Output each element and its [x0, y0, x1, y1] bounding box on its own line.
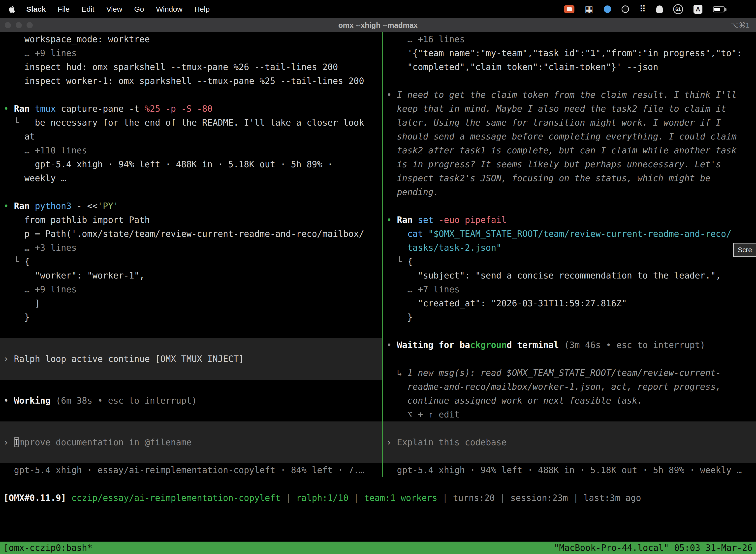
- battery-icon[interactable]: [713, 6, 725, 12]
- grid-icon[interactable]: [585, 5, 593, 14]
- terminal-line: gpt-5.4 xhigh · 94% left · 488K in · 5.1…: [0, 157, 382, 171]
- terminal-line: [0, 88, 382, 102]
- text-segment: inspect_worker-1: omx sparkshell --tmux-…: [3, 76, 364, 86]
- waiting-status-line: • Waiting for background terminal (3m 46…: [383, 338, 756, 352]
- terminal-line: [0, 324, 382, 338]
- omx-last-activity: last:3m ago: [584, 493, 641, 503]
- menu-help[interactable]: Help: [189, 5, 216, 13]
- text-segment: continue assigned work or next feasible …: [386, 396, 643, 405]
- edit-hint: ⌥ + ↑ edit: [383, 407, 756, 422]
- text-segment: d terminal: [507, 340, 559, 350]
- menu-edit[interactable]: Edit: [76, 5, 101, 13]
- terminal-line: p = Path('.omx/state/team/review-current…: [0, 227, 382, 241]
- terminal-line: at: [0, 129, 382, 144]
- terminal-line: └ be necessary for the end of the README…: [0, 116, 382, 129]
- terminal-line: [383, 422, 756, 435]
- text-segment: capture-pane -t: [56, 104, 145, 114]
- terminal-line: … +3 lines: [0, 241, 382, 255]
- text-segment: cat: [407, 229, 428, 239]
- terminal-line: continue assigned work or next feasible …: [383, 394, 756, 407]
- menu-window[interactable]: Window: [150, 5, 189, 13]
- thinking-paragraph: • I need to get the claim token from the…: [383, 88, 756, 102]
- session-footer: gpt-5.4 xhigh · essay/ai-reimplementatio…: [0, 463, 382, 477]
- text-segment: •: [386, 215, 397, 225]
- tmux-session-info: [omx-cczip0:bash*: [3, 543, 92, 553]
- text-segment: at: [3, 131, 35, 142]
- menu-go[interactable]: Go: [128, 5, 150, 13]
- terminal-line: [0, 185, 382, 199]
- text-segment: (6m 38s • esc to interrupt): [51, 396, 197, 405]
- omx-status-line: [OMX#0.11.9] cczip/essay/ai-reimplementa…: [0, 491, 756, 505]
- terminal-line: [383, 449, 756, 463]
- text-segment: %25 -p -S -80: [145, 104, 212, 114]
- omx-session-time: session:23m: [510, 493, 568, 503]
- terminal-line: [383, 324, 756, 338]
- app-icon-dark[interactable]: [622, 5, 629, 13]
- terminal-line: from pathlib import Path: [0, 213, 382, 227]
- ghost-icon[interactable]: [656, 5, 663, 13]
- text-segment: [386, 229, 407, 239]
- text-segment: ↳: [386, 368, 407, 378]
- dots-grid-icon[interactable]: [639, 5, 646, 14]
- text-segment: inspect task2's JSON, focusing on the st…: [386, 173, 710, 183]
- terminal-line: }: [383, 310, 756, 324]
- text-segment: ]: [3, 298, 40, 308]
- screen-recording-icon[interactable]: [564, 5, 574, 13]
- text-segment: … +9 lines: [3, 48, 77, 58]
- terminal-line: └ {: [0, 255, 382, 269]
- text-segment: Waiting for ba: [397, 340, 470, 350]
- text-segment: … +9 lines: [3, 284, 77, 294]
- text-segment: … +7 lines: [386, 284, 460, 294]
- omx-team-workers: team:1 workers: [364, 493, 437, 503]
- terminal-line: … +7 lines: [383, 282, 756, 296]
- window-titlebar[interactable]: omx --xhigh --madmax ⌥⌘1: [0, 18, 756, 32]
- ran-set-line: • Ran set -euo pipefail: [383, 213, 756, 227]
- terminal-line: inspect_worker-1: omx sparkshell --tmux-…: [0, 74, 382, 88]
- control-center-icon[interactable]: [737, 5, 747, 13]
- text-segment: ›: [3, 437, 14, 447]
- composer-input[interactable]: › Improve documentation in @filename: [0, 435, 382, 449]
- tmux-pane-right[interactable]: … +16 lines '{"team_name":"my-team","tas…: [383, 32, 756, 477]
- text-segment: •: [3, 396, 14, 405]
- battery-percent-badge[interactable]: 61: [673, 4, 683, 14]
- terminal-line: … +9 lines: [0, 282, 382, 296]
- text-segment: └: [386, 257, 407, 267]
- text-segment: Ran: [14, 104, 35, 114]
- text-segment: gpt-5.4 xhigh · 94% left · 488K in · 5.1…: [3, 159, 333, 169]
- screen: SlackFileEditViewGoWindowHelp 61A omx --…: [0, 0, 756, 554]
- omx-turns: turns:20: [453, 493, 495, 503]
- input-source-icon[interactable]: A: [693, 5, 702, 14]
- text-segment: Ran: [397, 215, 418, 225]
- text-segment: •: [3, 201, 14, 211]
- text-segment: |: [437, 493, 453, 503]
- app-icon-blue[interactable]: [604, 5, 611, 13]
- window-shortcut: ⌥⌘1: [731, 21, 750, 29]
- terminal-line: task2 after task1 is complete, but can I…: [383, 144, 756, 157]
- menubar-status-icons: 61A: [564, 4, 749, 14]
- text-segment: Ran: [14, 201, 35, 211]
- queued-message: ↳ 1 new msg(s): read $OMX_TEAM_STATE_ROO…: [383, 366, 756, 380]
- terminal-line: [0, 449, 382, 463]
- menu-slack[interactable]: Slack: [20, 5, 52, 13]
- text-segment: (3m 46s • esc to interrupt): [559, 340, 705, 350]
- text-segment: 'PY': [98, 201, 118, 211]
- ran-tmux-capture-line: • Ran tmux capture-pane -t %25 -p -S -80: [0, 102, 382, 116]
- text-segment: Explain this codebase: [397, 437, 507, 447]
- composer-input[interactable]: › Explain this codebase: [383, 435, 756, 449]
- terminal-line: "subject": "send a concise recommendatio…: [383, 269, 756, 282]
- tmux-status-bar: [omx-cczip0:bash* "MacBook-Pro-44.local"…: [0, 542, 756, 554]
- text-segment: •: [3, 104, 14, 114]
- tmux-pane-left[interactable]: workspace_mode: worktree … +9 lines insp…: [0, 32, 382, 477]
- omx-ralph-count: ralph:1/10: [296, 493, 349, 503]
- menu-file[interactable]: File: [52, 5, 75, 13]
- terminal-line: keep that in mind. Maybe I also need the…: [383, 102, 756, 116]
- text-segment: {: [24, 257, 29, 267]
- text-segment: "subject": "send a concise recommendatio…: [386, 271, 721, 280]
- text-segment: I: [14, 437, 19, 447]
- apple-menu-icon[interactable]: [7, 4, 17, 14]
- omx-project: cczip/essay/ai-reimplementation-copyleft: [71, 493, 280, 503]
- terminal-line: … +110 lines: [0, 144, 382, 157]
- text-segment: •: [386, 340, 397, 350]
- terminal-line: weekly …: [0, 171, 382, 185]
- menu-view[interactable]: View: [100, 5, 128, 13]
